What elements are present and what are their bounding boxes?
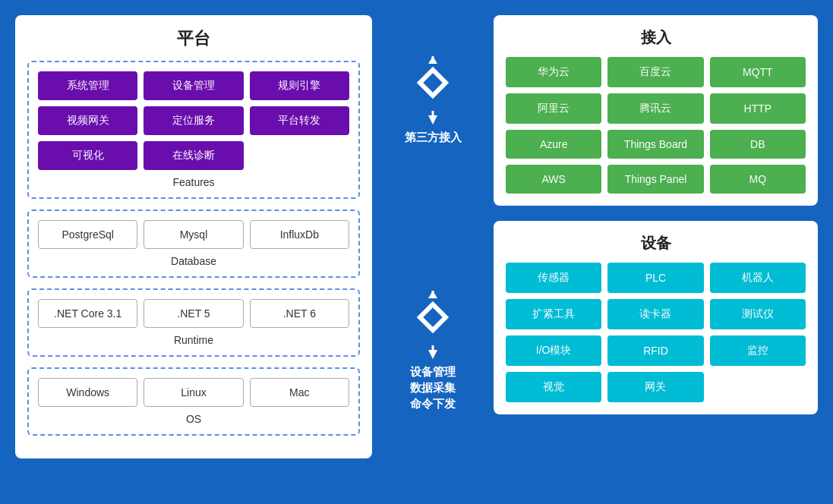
btn-windows[interactable]: Windows [38, 378, 137, 407]
btn-linux[interactable]: Linux [144, 378, 243, 407]
device-title: 设备 [506, 233, 806, 254]
btn-tencent[interactable]: 腾讯云 [607, 93, 703, 124]
btn-rfid[interactable]: RFID [607, 335, 703, 366]
btn-huawei[interactable]: 华为云 [506, 57, 601, 87]
access-title: 接入 [506, 27, 806, 48]
btn-influxdb[interactable]: InfluxDb [250, 220, 349, 249]
database-section: PostgreSql Mysql InfluxDb Database [27, 209, 360, 278]
btn-io-module[interactable]: I/O模块 [506, 335, 601, 366]
btn-baidu[interactable]: 百度云 [607, 57, 703, 87]
btn-torque-tool[interactable]: 扩紧工具 [506, 299, 601, 329]
middle-connector-area: 第三方接入 设备管理 数据采集 命令下发 [387, 15, 478, 455]
access-grid: 华为云 百度云 MQTT 阿里云 腾讯云 HTTP Azure Things B… [506, 57, 806, 194]
btn-online-diag[interactable]: 在线诊断 [144, 141, 243, 170]
btn-db[interactable]: DB [710, 130, 806, 159]
btn-mysql[interactable]: Mysql [144, 220, 243, 249]
btn-vision[interactable]: 视觉 [506, 372, 601, 402]
btn-device-mgmt[interactable]: 设备管理 [144, 71, 243, 100]
btn-net5[interactable]: .NET 5 [144, 299, 243, 328]
third-party-label: 第三方接入 [405, 129, 462, 145]
btn-netcore31[interactable]: .NET Core 3.1 [38, 299, 137, 328]
btn-mq[interactable]: MQ [710, 165, 806, 194]
diamond-arrow-top [410, 56, 456, 124]
access-panel: 接入 华为云 百度云 MQTT 阿里云 腾讯云 HTTP Azure Thing… [494, 15, 818, 206]
btn-postgresql[interactable]: PostgreSql [38, 220, 137, 249]
btn-monitor[interactable]: 监控 [710, 335, 806, 366]
btn-visual[interactable]: 可视化 [38, 141, 137, 170]
btn-net6[interactable]: .NET 6 [250, 299, 349, 328]
features-section: 系统管理 设备管理 规则引擎 视频网关 定位服务 平台转发 可视化 在线诊断 F… [27, 61, 360, 199]
features-grid: 系统管理 设备管理 规则引擎 视频网关 定位服务 平台转发 可视化 在线诊断 [38, 71, 349, 170]
runtime-section: .NET Core 3.1 .NET 5 .NET 6 Runtime [27, 288, 360, 357]
btn-video-gw[interactable]: 视频网关 [38, 106, 137, 135]
btn-aws[interactable]: AWS [506, 165, 601, 194]
main-container: 平台 系统管理 设备管理 规则引擎 视频网关 定位服务 平台转发 可视化 在线诊… [15, 15, 818, 458]
os-label: OS [38, 413, 349, 425]
device-connector: 设备管理 数据采集 命令下发 [410, 250, 456, 455]
database-grid: PostgreSql Mysql InfluxDb [38, 220, 349, 249]
diamond-arrow-bottom [410, 291, 456, 359]
btn-azure[interactable]: Azure [506, 130, 601, 159]
platform-panel: 平台 系统管理 设备管理 规则引擎 视频网关 定位服务 平台转发 可视化 在线诊… [15, 15, 372, 458]
database-label: Database [38, 255, 349, 267]
runtime-label: Runtime [38, 334, 349, 346]
runtime-grid: .NET Core 3.1 .NET 5 .NET 6 [38, 299, 349, 328]
svg-marker-11 [428, 350, 437, 359]
btn-http[interactable]: HTTP [710, 93, 806, 124]
svg-marker-5 [428, 115, 437, 124]
device-panel: 设备 传感器 PLC 机器人 扩紧工具 读卡器 测试仪 I/O模块 RFID 监… [494, 221, 818, 414]
svg-marker-7 [428, 291, 437, 298]
platform-title: 平台 [27, 27, 360, 50]
btn-platform-fwd[interactable]: 平台转发 [250, 106, 349, 135]
btn-tester[interactable]: 测试仪 [710, 299, 806, 329]
btn-mac[interactable]: Mac [250, 378, 349, 407]
btn-location[interactable]: 定位服务 [144, 106, 243, 135]
btn-aliyun[interactable]: 阿里云 [506, 93, 601, 124]
btn-gateway[interactable]: 网关 [607, 372, 703, 402]
btn-thingsboard[interactable]: Things Board [607, 130, 703, 159]
btn-system-mgmt[interactable]: 系统管理 [38, 71, 137, 100]
os-grid: Windows Linux Mac [38, 378, 349, 407]
os-section: Windows Linux Mac OS [27, 367, 360, 436]
device-grid: 传感器 PLC 机器人 扩紧工具 读卡器 测试仪 I/O模块 RFID 监控 视… [506, 263, 806, 402]
svg-marker-1 [428, 56, 437, 64]
btn-thingspanel[interactable]: Things Panel [607, 165, 703, 194]
btn-plc[interactable]: PLC [607, 263, 703, 293]
btn-sensor[interactable]: 传感器 [506, 263, 601, 293]
btn-card-reader[interactable]: 读卡器 [607, 299, 703, 329]
btn-robot[interactable]: 机器人 [710, 263, 806, 293]
features-label: Features [38, 176, 349, 188]
right-area: 接入 华为云 百度云 MQTT 阿里云 腾讯云 HTTP Azure Thing… [494, 15, 818, 414]
btn-mqtt[interactable]: MQTT [710, 57, 806, 87]
device-mgmt-label: 设备管理 数据采集 命令下发 [410, 364, 456, 411]
btn-rule-engine[interactable]: 规则引擎 [250, 71, 349, 100]
third-party-connector: 第三方接入 [405, 15, 462, 189]
